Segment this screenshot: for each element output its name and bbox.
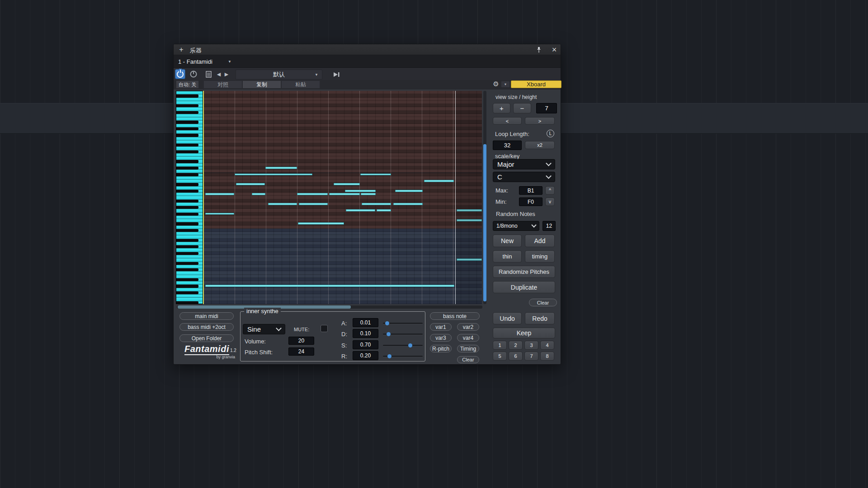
midi-note[interactable] bbox=[334, 183, 360, 185]
black-key[interactable] bbox=[176, 160, 203, 163]
knob-icon[interactable] bbox=[189, 70, 198, 78]
white-key[interactable] bbox=[176, 141, 203, 144]
gear-icon[interactable]: ⚙ bbox=[491, 80, 500, 88]
window-titlebar[interactable]: + 乐器 × bbox=[174, 44, 561, 55]
thin-button[interactable]: thin bbox=[493, 250, 522, 263]
min-down-button[interactable]: v bbox=[545, 197, 555, 206]
paste-button[interactable]: 粘贴 bbox=[281, 80, 320, 89]
white-key[interactable] bbox=[176, 295, 203, 298]
timing-var-button[interactable]: Timing bbox=[457, 345, 479, 352]
black-key[interactable] bbox=[176, 144, 203, 147]
white-key[interactable] bbox=[176, 272, 203, 275]
white-key[interactable] bbox=[176, 258, 203, 262]
midi-note[interactable] bbox=[252, 193, 265, 195]
note-grid[interactable] bbox=[204, 91, 482, 304]
attack-slider[interactable] bbox=[383, 323, 423, 324]
white-key[interactable] bbox=[176, 242, 203, 245]
var4-button[interactable]: var4 bbox=[457, 334, 479, 342]
midi-note[interactable] bbox=[362, 203, 391, 205]
scale-dropdown[interactable]: Major bbox=[493, 159, 555, 169]
undo-button[interactable]: Undo bbox=[493, 312, 522, 324]
redo-button[interactable]: Redo bbox=[525, 312, 555, 324]
white-key[interactable] bbox=[176, 203, 203, 206]
random-count-field[interactable]: 12 bbox=[542, 221, 556, 231]
attack-field[interactable]: 0.01 bbox=[353, 318, 378, 327]
sustain-slider[interactable] bbox=[383, 345, 423, 346]
black-key[interactable] bbox=[176, 278, 203, 282]
black-key[interactable] bbox=[176, 134, 203, 137]
release-slider-handle[interactable] bbox=[387, 354, 392, 358]
black-key[interactable] bbox=[176, 206, 203, 209]
white-key[interactable] bbox=[176, 219, 203, 222]
clear-var-button[interactable]: Clear bbox=[457, 356, 479, 363]
white-key[interactable] bbox=[176, 177, 203, 180]
duplicate-button[interactable]: Duplicate bbox=[493, 281, 555, 293]
midi-note[interactable] bbox=[298, 222, 344, 225]
white-key[interactable] bbox=[176, 91, 203, 94]
piano-keys[interactable] bbox=[176, 91, 203, 304]
pin-icon[interactable] bbox=[536, 47, 542, 53]
white-key[interactable] bbox=[176, 154, 203, 157]
black-key[interactable] bbox=[176, 190, 203, 193]
release-field[interactable]: 0.20 bbox=[353, 351, 378, 360]
loop-length-field[interactable]: 32 bbox=[493, 141, 522, 150]
black-key[interactable] bbox=[176, 285, 203, 288]
black-key[interactable] bbox=[176, 111, 203, 114]
white-key[interactable] bbox=[176, 282, 203, 285]
white-key[interactable] bbox=[176, 157, 203, 160]
add-button[interactable]: Add bbox=[525, 235, 555, 247]
black-key[interactable] bbox=[176, 213, 203, 216]
midi-note[interactable] bbox=[235, 174, 312, 176]
midi-note[interactable] bbox=[205, 193, 234, 195]
black-key[interactable] bbox=[176, 121, 203, 124]
midi-note[interactable] bbox=[297, 193, 328, 195]
random-mode-dropdown[interactable]: 1/8mono bbox=[493, 221, 539, 231]
scroll-right-button[interactable]: > bbox=[525, 117, 555, 125]
white-key[interactable] bbox=[176, 226, 203, 229]
sustain-field[interactable]: 0.70 bbox=[353, 340, 378, 349]
slot-6-button[interactable]: 6 bbox=[509, 352, 523, 361]
white-key[interactable] bbox=[176, 235, 203, 239]
min-note-field[interactable]: F0 bbox=[519, 197, 542, 206]
black-key[interactable] bbox=[176, 174, 203, 177]
max-up-button[interactable]: ^ bbox=[545, 186, 555, 195]
white-key[interactable] bbox=[176, 216, 203, 219]
white-key[interactable] bbox=[176, 108, 203, 111]
white-key[interactable] bbox=[176, 298, 203, 301]
midi-note[interactable] bbox=[265, 167, 297, 169]
r-pitch-button[interactable]: R-pitch bbox=[430, 345, 452, 352]
midi-note[interactable] bbox=[329, 193, 360, 195]
black-key[interactable] bbox=[176, 104, 203, 108]
black-key[interactable] bbox=[176, 262, 203, 265]
pitch-shift-field[interactable]: 24 bbox=[288, 347, 314, 356]
slot-1-button[interactable]: 1 bbox=[493, 341, 507, 350]
midi-note[interactable] bbox=[393, 203, 423, 205]
slot-7-button[interactable]: 7 bbox=[524, 352, 538, 361]
black-key[interactable] bbox=[176, 252, 203, 255]
white-key[interactable] bbox=[176, 164, 203, 167]
white-key[interactable] bbox=[176, 180, 203, 183]
next-arrow-icon[interactable]: ▶ bbox=[223, 71, 230, 77]
white-key[interactable] bbox=[176, 98, 203, 101]
black-key[interactable] bbox=[176, 268, 203, 272]
black-key[interactable] bbox=[176, 245, 203, 249]
volume-field[interactable]: 20 bbox=[288, 337, 314, 345]
black-key[interactable] bbox=[176, 301, 203, 304]
white-key[interactable] bbox=[176, 249, 203, 252]
midi-note[interactable] bbox=[345, 190, 376, 192]
skip-next-icon[interactable] bbox=[333, 72, 340, 77]
white-key[interactable] bbox=[176, 255, 203, 258]
white-key[interactable] bbox=[176, 187, 203, 190]
xboard-button[interactable]: Xboard bbox=[511, 80, 561, 88]
midi-note[interactable] bbox=[361, 193, 376, 195]
midi-note[interactable] bbox=[268, 203, 297, 205]
loop-x2-button[interactable]: x2 bbox=[525, 141, 555, 149]
var1-button[interactable]: var1 bbox=[430, 323, 452, 331]
decay-field[interactable]: 0.10 bbox=[353, 329, 378, 338]
prev-arrow-icon[interactable]: ◀ bbox=[216, 71, 222, 77]
white-key[interactable] bbox=[176, 114, 203, 117]
main-midi-button[interactable]: main midi bbox=[179, 312, 234, 320]
black-key[interactable] bbox=[176, 127, 203, 131]
midi-note[interactable] bbox=[377, 209, 391, 211]
var3-button[interactable]: var3 bbox=[430, 334, 452, 342]
